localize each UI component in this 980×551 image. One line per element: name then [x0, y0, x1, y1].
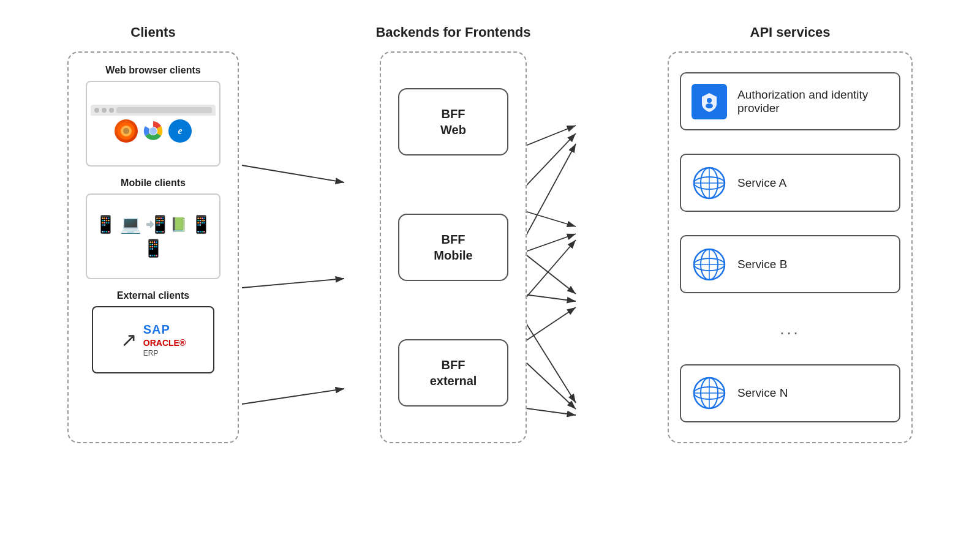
phone-green-icon: 📗: [170, 217, 187, 233]
browser-dot-1: [94, 108, 99, 113]
service-n-label: Service N: [737, 386, 788, 400]
svg-point-26: [706, 103, 713, 108]
svg-text:e: e: [178, 126, 182, 136]
erp-label: ERP: [143, 349, 159, 358]
bff-mobile-label: BFF Mobile: [434, 231, 472, 263]
tablet-green-icon: 📱: [95, 214, 116, 234]
browser-topbar: [91, 105, 216, 116]
svg-line-3: [242, 389, 344, 404]
browser-icons: e: [87, 101, 219, 146]
svg-point-18: [123, 128, 129, 134]
browser-dot-2: [102, 108, 107, 113]
mobile-icons: 📱 💻 📲 📗 📱 📱: [87, 209, 219, 263]
external-clients-group: External clients ↗ SAP ORACLE® ERP: [78, 290, 228, 373]
service-a-icon: [691, 165, 728, 201]
bff-column: Backends for Frontends BFF Web BFF Mobil…: [368, 24, 539, 443]
svg-point-25: [707, 98, 712, 103]
tablet-blue-icon: 💻: [120, 214, 141, 234]
web-browser-label: Web browser clients: [105, 65, 200, 76]
diagram-inner: Clients Web browser clients: [61, 24, 919, 527]
service-n-box: Service N: [680, 364, 900, 422]
external-clients-box: ↗ SAP ORACLE® ERP: [92, 306, 214, 373]
auth-lock-icon: [692, 84, 727, 119]
service-a-label: Service A: [737, 176, 786, 190]
svg-point-21: [149, 127, 157, 135]
api-dashed-box: Authorization and identity provider: [668, 51, 913, 443]
service-a-box: Service A: [680, 154, 900, 212]
phone-red-icon: 📱: [143, 238, 164, 258]
mobile-clients-group: Mobile clients 📱 💻 📲 📗 📱: [78, 178, 228, 279]
auth-service-label: Authorization and identity provider: [737, 88, 889, 115]
sap-logo: SAP: [143, 323, 170, 337]
bff-mobile-box: BFF Mobile: [398, 214, 508, 281]
service-n-icon: [691, 375, 728, 411]
browser-dot-3: [109, 108, 114, 113]
dots-separator: ...: [780, 320, 801, 339]
diagram-container: Clients Web browser clients: [0, 0, 980, 551]
browser-url-bar: [116, 107, 212, 113]
bff-external-label: BFF external: [430, 357, 477, 389]
svg-line-1: [242, 165, 344, 182]
api-column: API services: [662, 24, 919, 443]
phone-purple-icon: 📲: [145, 214, 167, 234]
ext-logos: SAP ORACLE® ERP: [143, 323, 186, 358]
external-clients-label: External clients: [117, 290, 189, 301]
auth-service-icon: [691, 83, 728, 120]
browser-logos: e: [115, 119, 192, 143]
web-browser-box: e: [86, 81, 221, 167]
auth-service-box: Authorization and identity provider: [680, 72, 900, 130]
bff-web-label: BFF Web: [440, 106, 466, 138]
bff-title: Backends for Frontends: [375, 24, 530, 40]
external-arrow-icon: ↗: [121, 328, 137, 351]
chrome-icon: [141, 119, 165, 143]
bff-external-box: BFF external: [398, 339, 508, 407]
bff-dashed-box: BFF Web BFF Mobile BFF external: [380, 51, 527, 443]
bff-web-box: BFF Web: [398, 88, 508, 156]
service-b-icon: [691, 246, 728, 283]
firefox-icon: [115, 119, 138, 143]
clients-column: Clients Web browser clients: [61, 24, 245, 443]
clients-title: Clients: [130, 24, 175, 40]
phone-black-icon: 📱: [190, 214, 212, 234]
ie-icon: e: [168, 119, 192, 143]
service-b-label: Service B: [737, 258, 787, 271]
svg-line-2: [242, 279, 344, 288]
clients-dashed-box: Web browser clients: [67, 51, 239, 443]
web-browser-group: Web browser clients: [78, 65, 228, 167]
mobile-clients-label: Mobile clients: [121, 178, 186, 189]
api-title: API services: [750, 24, 831, 40]
service-b-box: Service B: [680, 235, 900, 293]
mobile-clients-box: 📱 💻 📲 📗 📱 📱: [86, 193, 221, 279]
oracle-logo: ORACLE®: [143, 338, 186, 348]
